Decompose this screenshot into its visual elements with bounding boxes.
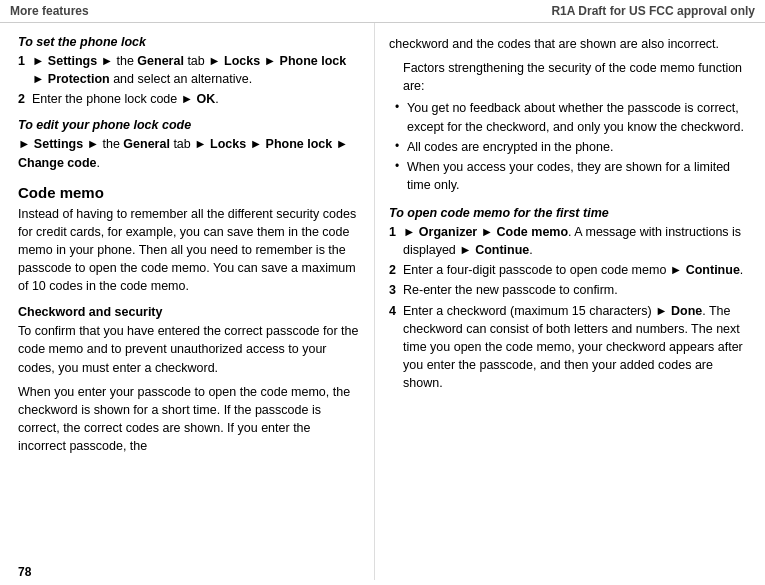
step-number: 2 [389,261,403,279]
open-step2-text: Enter a four-digit passcode to open code… [403,261,743,279]
open-step1-text: ► Organizer ► Code memo. A message with … [403,223,751,259]
open-memo-step3: 3 Re-enter the new passcode to confirm. [389,281,751,299]
open-memo-step1: 1 ► Organizer ► Code memo. A message wit… [389,223,751,259]
bullet-icon: • [395,158,407,194]
checkword-paragraph1: To confirm that you have entered the cor… [18,322,360,376]
header-right: R1A Draft for US FCC approval only [551,4,755,18]
bullet-icon: • [395,138,407,156]
left-column: To set the phone lock 1 ► Settings ► the… [0,23,375,580]
step-number: 1 [18,52,32,88]
bullet-text-2: All codes are encrypted in the phone. [407,138,613,156]
bullet-item-3: • When you access your codes, they are s… [389,158,751,194]
bullet-item-1: • You get no feedback about whether the … [389,99,751,135]
step-number: 1 [389,223,403,259]
step-number: 3 [389,281,403,299]
step1-set-lock: 1 ► Settings ► the General tab ► Locks ►… [18,52,360,88]
open-memo-title: To open code memo for the first time [389,206,751,220]
section2-title: To edit your phone lock code [18,118,360,132]
step-number: 2 [18,90,32,108]
code-memo-paragraph: Instead of having to remember all the di… [18,205,360,296]
open-memo-step2: 2 Enter a four-digit passcode to open co… [389,261,751,279]
bullets-list: • You get no feedback about whether the … [389,99,751,194]
bullet-text-3: When you access your codes, they are sho… [407,158,751,194]
page-header: More features R1A Draft for US FCC appro… [0,0,765,23]
page-content: To set the phone lock 1 ► Settings ► the… [0,23,765,580]
checkword-paragraph2: When you enter your passcode to open the… [18,383,360,456]
section1-title: To set the phone lock [18,35,360,49]
step2-set-lock: 2 Enter the phone lock code ► OK. [18,90,360,108]
continuation-text: checkword and the codes that are shown a… [389,35,751,53]
open-step3-text: Re-enter the new passcode to confirm. [403,281,618,299]
factors-intro: Factors strengthening the security of th… [403,59,751,95]
bullet-text-1: You get no feedback about whether the pa… [407,99,751,135]
code-memo-heading: Code memo [18,184,360,201]
bullet-item-2: • All codes are encrypted in the phone. [389,138,751,156]
checkword-heading: Checkword and security [18,305,360,319]
edit-lock-step: ► Settings ► the General tab ► Locks ► P… [18,135,360,171]
open-memo-step4: 4 Enter a checkword (maximum 15 characte… [389,302,751,393]
page-number: 78 [18,565,31,579]
header-left: More features [10,4,89,18]
step2-text: Enter the phone lock code ► OK. [32,90,219,108]
bullet-icon: • [395,99,407,135]
open-step4-text: Enter a checkword (maximum 15 characters… [403,302,751,393]
step-number: 4 [389,302,403,393]
step1-text: ► Settings ► the General tab ► Locks ► P… [32,52,360,88]
right-column: checkword and the codes that are shown a… [375,23,765,580]
